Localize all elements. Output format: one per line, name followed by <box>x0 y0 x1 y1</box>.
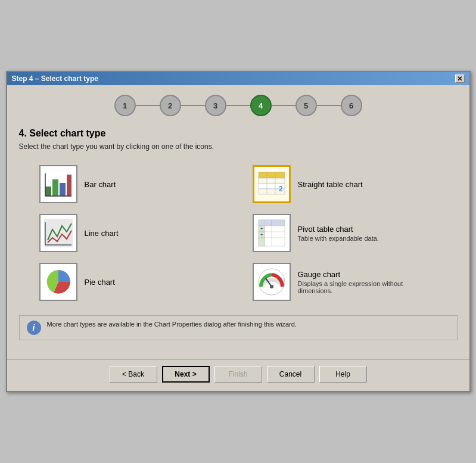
info-bar: i More chart types are available in the … <box>19 315 458 340</box>
line-chart-label: Line chart <box>85 229 119 238</box>
gauge-chart-label: Gauge chart <box>298 270 437 279</box>
title-bar: Step 4 – Select chart type ✕ <box>7 72 469 85</box>
step-line-2 <box>181 105 205 106</box>
pivot-table-label: Pivot table chart <box>298 225 379 234</box>
line-chart-svg <box>43 217 74 248</box>
bar-chart-label: Bar chart <box>85 180 116 189</box>
back-button[interactable]: < Back <box>110 366 157 383</box>
chart-item-pie[interactable]: Pie chart <box>37 260 226 303</box>
bar-chart-svg <box>43 169 74 200</box>
straight-table-icon: 2 <box>253 165 291 203</box>
main-content: 1 2 3 4 5 6 4. Select chart type Select … <box>7 85 469 359</box>
svg-text:+: + <box>260 226 263 232</box>
pivot-table-icon: + + <box>253 214 291 252</box>
pivot-table-labels: Pivot table chart Table with expandable … <box>298 225 379 242</box>
line-chart-icon <box>39 214 77 252</box>
svg-rect-21 <box>259 238 265 246</box>
gauge-labels: Gauge chart Displays a single expression… <box>298 270 437 294</box>
svg-rect-0 <box>45 187 51 196</box>
svg-rect-2 <box>60 183 66 196</box>
svg-text:2: 2 <box>279 185 283 193</box>
chart-item-straight-table[interactable]: 2 Straight table chart <box>250 163 440 206</box>
info-text: More chart types are available in the Ch… <box>47 321 297 328</box>
step-5[interactable]: 5 <box>295 95 317 116</box>
help-button[interactable]: Help <box>319 366 367 383</box>
pivot-table-svg: + + <box>256 217 287 248</box>
svg-rect-6 <box>259 172 285 178</box>
wizard-window: Step 4 – Select chart type ✕ 1 2 3 4 5 6… <box>6 71 471 392</box>
info-icon: i <box>27 321 41 335</box>
pie-chart-svg <box>43 266 74 297</box>
section-desc: Select the chart type you want by clicki… <box>19 142 458 151</box>
chart-item-gauge[interactable]: Gauge chart Displays a single expression… <box>250 260 440 303</box>
step-2[interactable]: 2 <box>160 95 181 116</box>
svg-rect-17 <box>259 220 272 226</box>
chart-item-line[interactable]: Line chart <box>37 212 226 254</box>
pie-chart-icon <box>39 263 77 301</box>
button-bar: < Back Next > Finish Cancel Help <box>7 359 469 391</box>
straight-table-label: Straight table chart <box>298 180 363 189</box>
pivot-table-sublabel: Table with expandable data. <box>298 235 379 242</box>
chart-item-bar[interactable]: Bar chart <box>37 163 226 206</box>
svg-rect-3 <box>67 175 71 196</box>
step-line-4 <box>272 105 295 106</box>
chart-grid: Bar chart 2 <box>19 163 458 303</box>
straight-table-svg: 2 <box>256 169 287 200</box>
svg-rect-7 <box>259 178 285 184</box>
step-3[interactable]: 3 <box>205 95 226 116</box>
finish-button[interactable]: Finish <box>214 366 262 383</box>
close-button[interactable]: ✕ <box>455 74 465 83</box>
gauge-chart-sublabel: Displays a single expression without dim… <box>298 280 437 294</box>
step-6[interactable]: 6 <box>341 95 362 116</box>
gauge-chart-icon <box>253 263 291 301</box>
svg-text:+: + <box>260 232 263 238</box>
step-line-3 <box>226 105 250 106</box>
svg-rect-1 <box>52 179 58 196</box>
svg-rect-18 <box>272 220 285 226</box>
next-button[interactable]: Next > <box>162 366 210 383</box>
step-line-5 <box>317 105 341 106</box>
cancel-button[interactable]: Cancel <box>267 366 315 383</box>
svg-point-30 <box>270 285 273 288</box>
step-1[interactable]: 1 <box>114 95 136 116</box>
step-line-1 <box>136 105 160 106</box>
window-title: Step 4 – Select chart type <box>12 74 98 83</box>
gauge-chart-svg <box>256 266 287 297</box>
bar-chart-icon <box>39 165 77 203</box>
step-indicator: 1 2 3 4 5 6 <box>19 95 458 116</box>
pie-chart-label: Pie chart <box>85 278 115 287</box>
chart-item-pivot-table[interactable]: + + Pivot table chart Table with expanda… <box>250 212 440 254</box>
section-title: 4. Select chart type <box>19 128 458 139</box>
step-4[interactable]: 4 <box>250 95 272 116</box>
